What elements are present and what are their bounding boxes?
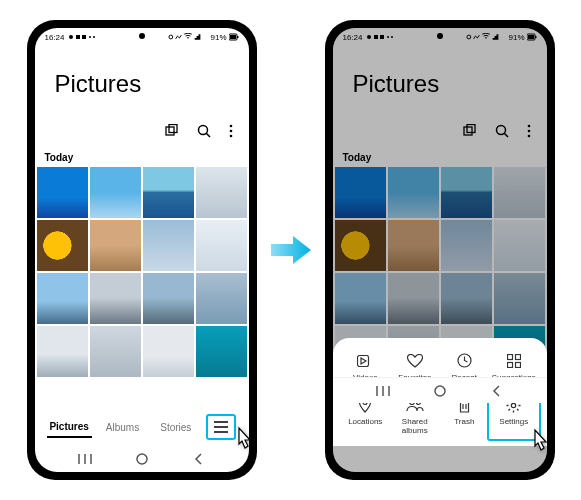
nav-home-icon[interactable] xyxy=(135,452,149,466)
svg-point-27 xyxy=(391,36,393,38)
android-navbar xyxy=(333,377,547,403)
menu-label: Shared albums xyxy=(390,418,440,436)
cursor-pointer xyxy=(233,426,249,460)
status-icons-left xyxy=(67,33,101,41)
battery-icon xyxy=(229,33,239,41)
nav-recent-icon[interactable] xyxy=(78,453,92,465)
svg-point-0 xyxy=(69,35,73,39)
thumbnail[interactable] xyxy=(143,273,194,324)
cursor-pointer xyxy=(529,428,547,462)
screen-left: 16:24 91% Pictures Today Pictures Albums xyxy=(35,28,249,472)
thumbnail[interactable] xyxy=(37,273,88,324)
svg-rect-7 xyxy=(237,36,239,38)
bottom-tabs: Pictures Albums Stories xyxy=(35,406,249,446)
tab-stories[interactable]: Stories xyxy=(153,418,198,437)
thumbnail[interactable] xyxy=(388,273,439,324)
thumbnail[interactable] xyxy=(335,273,386,324)
search-icon[interactable] xyxy=(495,124,509,138)
thumbnail[interactable] xyxy=(388,220,439,271)
select-icon[interactable] xyxy=(463,124,477,138)
thumbnail[interactable] xyxy=(90,167,141,218)
thumbnail[interactable] xyxy=(37,167,88,218)
svg-line-35 xyxy=(504,134,508,138)
thumbnail[interactable] xyxy=(388,167,439,218)
svg-point-36 xyxy=(527,125,530,128)
thumbnail[interactable] xyxy=(90,273,141,324)
status-icons-right xyxy=(168,33,208,41)
svg-rect-32 xyxy=(464,127,472,135)
nav-recent-icon[interactable] xyxy=(376,385,390,397)
thumbnail[interactable] xyxy=(196,326,247,377)
phone-frame-left: 16:24 91% Pictures Today Pictures Albums xyxy=(27,20,257,480)
toolbar xyxy=(35,124,249,148)
thumbnail[interactable] xyxy=(37,326,88,377)
svg-rect-31 xyxy=(528,35,534,39)
thumbnail[interactable] xyxy=(196,220,247,271)
svg-rect-9 xyxy=(166,127,174,135)
photo-grid[interactable] xyxy=(35,167,249,377)
thumbnail[interactable] xyxy=(494,220,545,271)
thumbnail[interactable] xyxy=(335,167,386,218)
thumbnail[interactable] xyxy=(196,273,247,324)
thumbnail[interactable] xyxy=(90,220,141,271)
svg-point-15 xyxy=(229,135,232,138)
more-icon[interactable] xyxy=(527,124,531,138)
tab-albums[interactable]: Albums xyxy=(100,418,145,437)
front-camera xyxy=(139,33,145,39)
select-icon[interactable] xyxy=(165,124,179,138)
svg-rect-2 xyxy=(82,35,86,39)
svg-rect-43 xyxy=(507,362,512,367)
svg-rect-41 xyxy=(507,354,512,359)
menu-label: Locations xyxy=(348,418,382,427)
svg-point-3 xyxy=(89,36,91,38)
clock-icon xyxy=(457,353,472,368)
thumbnail[interactable] xyxy=(196,167,247,218)
svg-point-14 xyxy=(229,130,232,133)
thumbnail[interactable] xyxy=(143,326,194,377)
svg-point-13 xyxy=(229,125,232,128)
nav-back-icon[interactable] xyxy=(193,453,205,465)
more-icon[interactable] xyxy=(229,124,233,138)
svg-point-28 xyxy=(467,35,471,39)
thumbnail[interactable] xyxy=(441,220,492,271)
svg-rect-44 xyxy=(515,362,520,367)
thumbnail[interactable] xyxy=(441,273,492,324)
status-icons-left xyxy=(365,33,399,41)
svg-rect-10 xyxy=(169,125,177,133)
nav-home-icon[interactable] xyxy=(433,384,447,398)
transition-arrow xyxy=(271,233,311,267)
thumbnail[interactable] xyxy=(143,167,194,218)
svg-line-12 xyxy=(206,134,210,138)
status-time: 16:24 xyxy=(343,33,363,42)
thumbnail[interactable] xyxy=(37,220,88,271)
svg-point-5 xyxy=(169,35,173,39)
thumbnail[interactable] xyxy=(90,326,141,377)
menu-label: Settings xyxy=(499,418,528,427)
search-icon[interactable] xyxy=(197,124,211,138)
phone-frame-right: 16:24 91% Pictures Today xyxy=(325,20,555,480)
hamburger-icon[interactable] xyxy=(214,421,228,433)
svg-point-23 xyxy=(367,35,371,39)
svg-rect-33 xyxy=(467,125,475,133)
svg-point-22 xyxy=(137,454,147,464)
thumbnail[interactable] xyxy=(494,273,545,324)
tab-pictures[interactable]: Pictures xyxy=(47,417,92,438)
svg-rect-1 xyxy=(76,35,80,39)
nav-back-icon[interactable] xyxy=(491,385,503,397)
thumbnail[interactable] xyxy=(494,167,545,218)
svg-point-38 xyxy=(527,135,530,138)
section-today: Today xyxy=(333,148,547,167)
page-title: Pictures xyxy=(333,46,547,124)
section-today: Today xyxy=(35,148,249,167)
heart-icon xyxy=(407,354,423,368)
battery-icon xyxy=(527,33,537,41)
svg-point-11 xyxy=(198,126,207,135)
thumbnail[interactable] xyxy=(143,220,194,271)
svg-point-48 xyxy=(512,403,516,407)
svg-rect-30 xyxy=(535,36,537,38)
svg-rect-24 xyxy=(374,35,378,39)
toolbar xyxy=(333,124,547,148)
thumbnail[interactable] xyxy=(441,167,492,218)
thumbnail[interactable] xyxy=(335,220,386,271)
status-battery: 91% xyxy=(210,33,226,42)
